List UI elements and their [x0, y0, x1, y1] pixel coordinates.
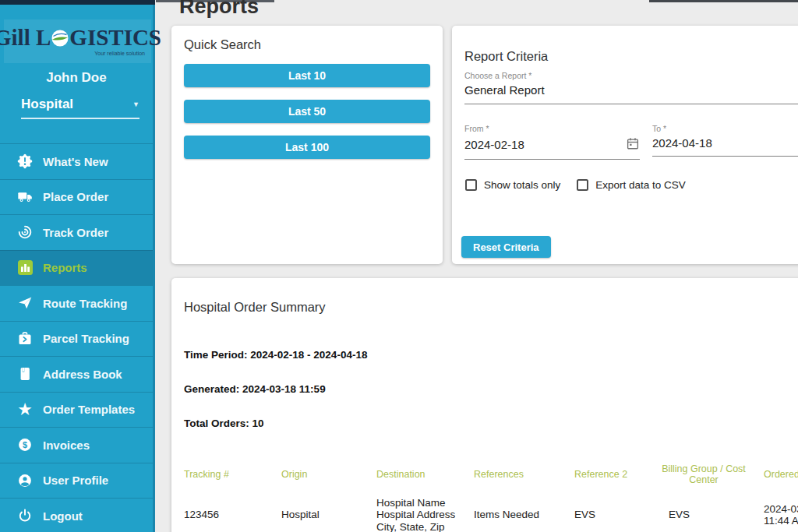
sidebar-item-logout[interactable]: Logout: [0, 498, 153, 532]
sidebar-nav: What's New Place Order Track Order Repor…: [0, 143, 153, 532]
location-selector-value: Hospital: [21, 97, 73, 112]
show-totals-checkbox[interactable]: [465, 179, 477, 191]
quick-search-title: Quick Search: [184, 37, 261, 52]
sidebar-item-invoices[interactable]: $ Invoices: [0, 427, 153, 463]
criteria-checkboxes: Show totals only Export data to CSV: [465, 179, 686, 191]
sidebar-item-order-templates[interactable]: ★ Order Templates: [0, 392, 153, 428]
main-content: Reports Quick Search Last 10 Last 50 Las…: [155, 0, 798, 532]
sidebar-item-place-order[interactable]: Place Order: [0, 179, 153, 215]
choose-report-input[interactable]: [464, 83, 798, 97]
page-title: Reports: [179, 0, 259, 19]
last-100-button[interactable]: Last 100: [184, 136, 430, 159]
sidebar-item-label: Track Order: [43, 226, 108, 239]
calendar-icon[interactable]: [626, 136, 640, 153]
to-date-input[interactable]: [652, 136, 798, 150]
report-criteria-card: Report Criteria Choose a Report * From *…: [452, 26, 798, 264]
col-header-ordered: Ordered: [751, 459, 798, 490]
from-date-label: From *: [464, 124, 640, 133]
col-header-billing-group: Billing Group / Cost Center: [656, 459, 751, 490]
time-period-value: 2024-02-18 - 2024-04-18: [250, 349, 367, 361]
truck-icon: [16, 188, 34, 206]
user-circle-icon: [16, 472, 34, 489]
sidebar-item-whats-new[interactable]: What's New: [0, 143, 153, 179]
sidebar-item-parcel-tracking[interactable]: Parcel Tracking: [0, 321, 153, 357]
sidebar-item-label: User Profile: [43, 474, 108, 487]
total-orders-line: Total Orders: 10: [184, 417, 264, 429]
cell-destination: Hospital Name Hospital Address City, Sta…: [364, 490, 461, 532]
sidebar-item-label: Reports: [43, 261, 87, 274]
col-header-reference-2: Reference 2: [562, 459, 656, 490]
sidebar-item-label: Place Order: [43, 190, 108, 203]
to-date-label: To *: [652, 124, 798, 133]
order-summary-title: Hospital Order Summary: [184, 300, 326, 315]
sidebar-item-label: Address Book: [43, 368, 122, 381]
table-header-row: Tracking # Origin Destination References…: [171, 459, 798, 490]
logo-text-prefix: Gill L: [0, 26, 51, 49]
sidebar-item-reports[interactable]: Reports: [0, 250, 153, 286]
export-csv-label: Export data to CSV: [595, 179, 686, 191]
sidebar-item-label: Order Templates: [43, 403, 135, 416]
alert-badge-icon: [16, 153, 34, 170]
col-header-references: References: [461, 459, 562, 490]
time-period-line: Time Period: 2024-02-18 - 2024-04-18: [184, 349, 367, 361]
from-date-field[interactable]: From *: [464, 124, 640, 160]
logo-text: Gill LGISTICS: [0, 26, 161, 49]
quick-search-buttons: Last 10 Last 50 Last 100: [184, 64, 430, 171]
company-logo: Gill LGISTICS Your reliable solution: [4, 19, 151, 63]
paper-plane-icon: [16, 294, 34, 312]
col-header-tracking: Tracking #: [171, 459, 269, 490]
sidebar: Gill LGISTICS Your reliable solution Joh…: [0, 0, 155, 532]
generated-value: 2024-03-18 11:59: [242, 383, 326, 395]
cell-origin: Hospital: [269, 490, 364, 532]
time-period-label: Time Period:: [184, 349, 248, 361]
cell-billing-group: EVS: [656, 490, 751, 532]
col-header-origin: Origin: [269, 459, 364, 490]
generated-line: Generated: 2024-03-18 11:59: [184, 383, 326, 395]
power-icon: [16, 507, 34, 524]
star-icon: ★: [16, 401, 34, 418]
export-csv-checkbox[interactable]: [577, 179, 588, 191]
quick-search-card: Quick Search Last 10 Last 50 Last 100: [171, 26, 443, 264]
location-selector[interactable]: Hospital ▼: [21, 97, 139, 119]
order-summary-card: Hospital Order Summary Time Period: 2024…: [171, 278, 798, 532]
total-orders-label: Total Orders:: [184, 417, 249, 429]
reset-criteria-button[interactable]: Reset Criteria: [461, 236, 551, 258]
parcel-icon: [16, 330, 34, 347]
sidebar-item-label: What's New: [43, 155, 108, 168]
user-name: John Doe: [0, 70, 153, 86]
total-orders-value: 10: [252, 417, 264, 429]
export-csv-option: Export data to CSV: [577, 179, 686, 191]
cell-reference-2: EVS: [562, 490, 656, 532]
sidebar-item-label: Parcel Tracking: [43, 332, 129, 345]
from-date-input[interactable]: [464, 138, 626, 151]
show-totals-label: Show totals only: [484, 179, 560, 191]
orders-table: Tracking # Origin Destination References…: [171, 459, 798, 532]
choose-report-field[interactable]: Choose a Report *: [464, 71, 798, 104]
choose-report-label: Choose a Report *: [464, 71, 798, 80]
sidebar-item-user-profile[interactable]: User Profile: [0, 463, 153, 499]
bar-chart-icon: [16, 259, 34, 277]
cell-ordered: 2024-03-18 11:44 AM: [751, 490, 798, 532]
sidebar-top-strip: [0, 0, 155, 5]
cell-tracking: 123456: [171, 490, 269, 532]
to-date-field[interactable]: To *: [652, 124, 798, 157]
last-50-button[interactable]: Last 50: [184, 100, 430, 123]
sidebar-item-label: Invoices: [43, 439, 90, 452]
sidebar-item-label: Logout: [43, 509, 83, 523]
sidebar-item-route-tracking[interactable]: Route Tracking: [0, 285, 153, 321]
table-row: 123456 Hospital Hospital Name Hospital A…: [171, 490, 798, 532]
book-icon: [16, 365, 34, 382]
dollar-circle-icon: $: [16, 436, 34, 453]
chevron-down-icon: ▼: [132, 100, 139, 108]
svg-text:$: $: [23, 440, 27, 449]
logo-tagline: Your reliable solution: [94, 51, 145, 56]
globe-icon: [51, 30, 69, 47]
cell-references: Items Needed: [461, 490, 562, 532]
clipped-content-fragment: [649, 0, 798, 2]
report-criteria-title: Report Criteria: [464, 49, 548, 64]
sidebar-item-address-book[interactable]: Address Book: [0, 356, 153, 392]
last-10-button[interactable]: Last 10: [184, 64, 430, 87]
sidebar-item-track-order[interactable]: Track Order: [0, 214, 153, 250]
spiral-icon: [16, 224, 34, 241]
show-totals-option: Show totals only: [465, 179, 560, 191]
